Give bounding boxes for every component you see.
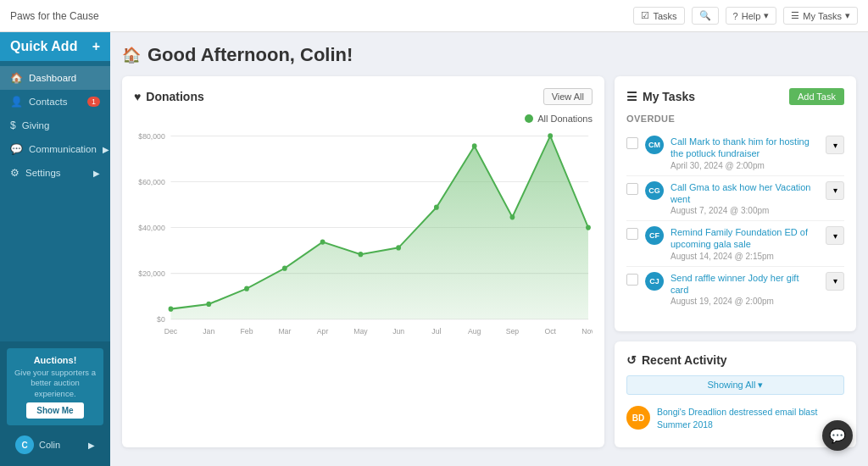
chart-point-feb bbox=[244, 286, 249, 291]
show-me-button[interactable]: Show Me bbox=[26, 402, 83, 419]
brand-name: Paws for the Cause bbox=[10, 10, 626, 22]
svg-text:Sep: Sep bbox=[506, 327, 519, 336]
donations-chart: $80,000 $60,000 $40,000 $20,000 $0 bbox=[134, 127, 593, 347]
activity-icon: ↺ bbox=[626, 353, 637, 367]
user-menu-arrow: ▶ bbox=[88, 441, 95, 450]
svg-text:$40,000: $40,000 bbox=[138, 223, 164, 231]
chart-point-mar bbox=[282, 266, 287, 271]
svg-text:$60,000: $60,000 bbox=[138, 177, 164, 186]
tasks-card-title: ☰ My Tasks bbox=[626, 90, 695, 103]
sidebar-item-giving[interactable]: $ Giving bbox=[0, 114, 110, 137]
activity-text-1[interactable]: Bongi's Dreadlion destressed email blast… bbox=[657, 406, 844, 430]
task-item: CJ Send raffle winner Jody her gift card… bbox=[626, 267, 844, 312]
svg-text:Jul: Jul bbox=[431, 327, 441, 336]
svg-text:Nov: Nov bbox=[581, 327, 593, 336]
task-title-2[interactable]: Call Gma to ask how her Vacation went bbox=[670, 181, 819, 206]
auction-title: Auctions! bbox=[14, 355, 97, 365]
svg-text:Feb: Feb bbox=[241, 327, 253, 336]
task-title-1[interactable]: Call Mark to thank him for hosting the p… bbox=[670, 136, 819, 160]
chat-bubble-button[interactable]: 💬 bbox=[822, 420, 853, 451]
chart-point-dec bbox=[169, 307, 174, 312]
chart-legend: All Donations bbox=[525, 114, 593, 124]
home-icon: 🏠 bbox=[122, 46, 141, 64]
svg-text:Mar: Mar bbox=[278, 327, 291, 336]
task-title-4[interactable]: Send raffle winner Jody her gift card bbox=[670, 272, 819, 297]
search-icon: 🔍 bbox=[699, 10, 711, 21]
activity-avatar-1: BD bbox=[626, 406, 650, 430]
sidebar-item-dashboard[interactable]: 🏠 Dashboard bbox=[0, 66, 110, 90]
task-checkbox-3[interactable] bbox=[626, 228, 638, 240]
task-content-2: Call Gma to ask how her Vacation went Au… bbox=[670, 181, 819, 216]
task-avatar-1: CM bbox=[645, 136, 664, 154]
contacts-icon: 👤 bbox=[10, 96, 23, 108]
chart-point-nov bbox=[586, 225, 591, 230]
communication-arrow: ▶ bbox=[103, 145, 109, 154]
tasks-list-icon: ☰ bbox=[791, 10, 799, 21]
recent-activity-title: ↺ Recent Activity bbox=[626, 353, 727, 367]
help-icon: ? bbox=[733, 11, 738, 21]
recent-activity-header: ↺ Recent Activity bbox=[626, 353, 844, 367]
task-avatar-3: CF bbox=[645, 226, 664, 245]
tasks-card-header: ☰ My Tasks Add Task bbox=[626, 88, 844, 105]
auction-description: Give your supporters a better auction ex… bbox=[14, 368, 97, 399]
sidebar: Quick Add + 🏠 Dashboard 👤 Contacts 1 $ G… bbox=[0, 32, 110, 466]
quick-add-button[interactable]: Quick Add + bbox=[0, 32, 110, 61]
my-tasks-button[interactable]: ☰ My Tasks ▾ bbox=[783, 7, 858, 25]
svg-text:Dec: Dec bbox=[164, 327, 178, 336]
activity-item: BD Bongi's Dreadlion destressed email bl… bbox=[626, 402, 844, 435]
sidebar-nav: 🏠 Dashboard 👤 Contacts 1 $ Giving 💬 Comm… bbox=[0, 61, 110, 341]
heart-icon: ♥ bbox=[134, 90, 141, 103]
tasks-card-icon: ☰ bbox=[626, 90, 637, 103]
tasks-icon: ☑ bbox=[641, 10, 649, 21]
sidebar-item-contacts[interactable]: 👤 Contacts 1 bbox=[0, 90, 110, 114]
contacts-badge: 1 bbox=[87, 97, 100, 107]
task-action-1[interactable]: ▾ bbox=[826, 136, 844, 154]
view-all-button[interactable]: View All bbox=[543, 88, 593, 105]
chart-point-apr bbox=[320, 239, 326, 244]
legend-dot bbox=[525, 114, 533, 123]
topbar: Paws for the Cause ☑ Tasks 🔍 ? Help ▾ ☰ … bbox=[0, 0, 868, 32]
search-button[interactable]: 🔍 bbox=[692, 7, 719, 25]
task-date-2: August 7, 2024 @ 3:00pm bbox=[670, 206, 819, 215]
chart-area: All Donations $80,000 $60,000 $40,000 bbox=[134, 114, 593, 351]
user-avatar: C bbox=[15, 435, 34, 454]
task-action-4[interactable]: ▾ bbox=[826, 272, 844, 291]
svg-text:$20,000: $20,000 bbox=[138, 269, 164, 277]
task-content-4: Send raffle winner Jody her gift card Au… bbox=[670, 272, 819, 307]
task-title-3[interactable]: Remind Family Foundation ED of upcoming … bbox=[670, 226, 819, 251]
tasks-button[interactable]: ☑ Tasks bbox=[633, 7, 684, 25]
sidebar-item-communication[interactable]: 💬 Communication ▶ bbox=[0, 137, 110, 161]
showing-all-button[interactable]: Showing All ▾ bbox=[626, 375, 844, 395]
sidebar-user[interactable]: C Colin ▶ bbox=[7, 430, 103, 459]
svg-text:Jun: Jun bbox=[392, 327, 404, 336]
sidebar-bottom: Auctions! Give your supporters a better … bbox=[0, 341, 110, 466]
chart-point-jan bbox=[206, 302, 211, 307]
task-action-3[interactable]: ▾ bbox=[826, 226, 844, 245]
sidebar-item-settings[interactable]: ⚙ Settings ▶ bbox=[0, 161, 110, 185]
chart-point-aug bbox=[472, 143, 477, 148]
task-action-2[interactable]: ▾ bbox=[826, 181, 844, 200]
chart-point-oct bbox=[548, 133, 553, 138]
task-date-1: April 30, 2024 @ 2:00pm bbox=[670, 161, 819, 170]
overdue-label: Overdue bbox=[626, 114, 844, 124]
svg-text:Jan: Jan bbox=[203, 327, 214, 336]
svg-text:Aug: Aug bbox=[468, 327, 481, 336]
user-name: Colin bbox=[39, 440, 60, 450]
svg-text:$0: $0 bbox=[157, 315, 165, 324]
chevron-down-icon-2: ▾ bbox=[845, 10, 850, 21]
add-task-button[interactable]: Add Task bbox=[789, 88, 844, 105]
task-checkbox-1[interactable] bbox=[626, 137, 638, 149]
chevron-down-icon: ▾ bbox=[764, 10, 769, 21]
task-checkbox-2[interactable] bbox=[626, 183, 638, 195]
task-avatar-2: CG bbox=[645, 181, 664, 200]
settings-icon: ⚙ bbox=[10, 167, 19, 179]
task-content-3: Remind Family Foundation ED of upcoming … bbox=[670, 226, 819, 261]
chart-point-jul bbox=[434, 205, 439, 210]
task-checkbox-4[interactable] bbox=[626, 274, 638, 286]
chart-point-jun bbox=[396, 245, 401, 250]
content-area: 🏠 Good Afternoon, Colin! ♥ Donations Vie… bbox=[110, 32, 868, 466]
svg-text:Apr: Apr bbox=[317, 327, 329, 336]
help-button[interactable]: ? Help ▾ bbox=[726, 7, 777, 25]
task-item: CF Remind Family Foundation ED of upcomi… bbox=[626, 221, 844, 267]
legend-label: All Donations bbox=[537, 114, 593, 124]
